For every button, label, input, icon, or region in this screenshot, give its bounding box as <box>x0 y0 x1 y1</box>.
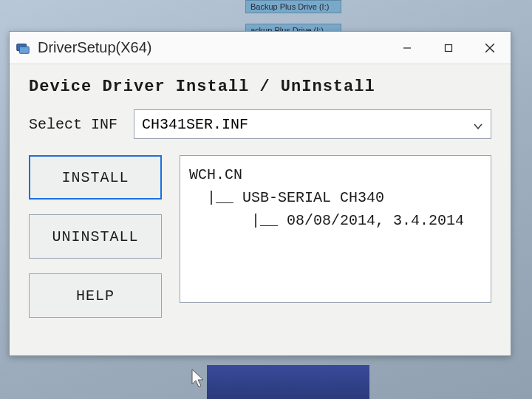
inf-dropdown[interactable]: CH341SER.INF <box>134 109 491 139</box>
main-row: INSTALL UNINSTALL HELP WCH.CN |__ USB-SE… <box>29 155 491 318</box>
select-inf-label: Select INF <box>29 116 117 133</box>
driver-info-box: WCH.CN |__ USB-SERIAL CH340 |__ 08/08/20… <box>180 155 491 303</box>
section-heading: Device Driver Install / UnInstall <box>29 78 491 96</box>
titlebar[interactable]: DriverSetup(X64) <box>10 32 511 64</box>
mouse-cursor-icon <box>191 368 205 389</box>
desktop-drive-icon-1[interactable]: Backup Plus Drive (I:) <box>245 0 341 13</box>
svg-rect-1 <box>19 47 29 53</box>
minimize-button[interactable] <box>386 32 428 64</box>
chevron-down-icon <box>473 119 483 129</box>
help-button[interactable]: HELP <box>29 273 162 318</box>
svg-rect-3 <box>446 44 452 51</box>
app-icon <box>14 39 32 57</box>
install-button[interactable]: INSTALL <box>29 155 162 200</box>
driver-vendor: WCH.CN <box>189 166 242 183</box>
inf-row: Select INF CH341SER.INF <box>29 109 491 139</box>
driver-device: USB-SERIAL CH340 <box>242 189 384 206</box>
inf-dropdown-value: CH341SER.INF <box>142 116 248 133</box>
driver-version: 08/08/2014, 3.4.2014 <box>287 212 464 229</box>
uninstall-button[interactable]: UNINSTALL <box>29 214 162 259</box>
window-title: DriverSetup(X64) <box>38 39 152 56</box>
button-column: INSTALL UNINSTALL HELP <box>29 155 162 318</box>
taskbar-fragment <box>207 365 369 399</box>
maximize-button[interactable] <box>428 32 469 64</box>
driversetup-window: DriverSetup(X64) Device Driver Install /… <box>9 31 511 356</box>
close-button[interactable] <box>469 32 511 64</box>
client-area: Device Driver Install / UnInstall Select… <box>10 64 511 331</box>
